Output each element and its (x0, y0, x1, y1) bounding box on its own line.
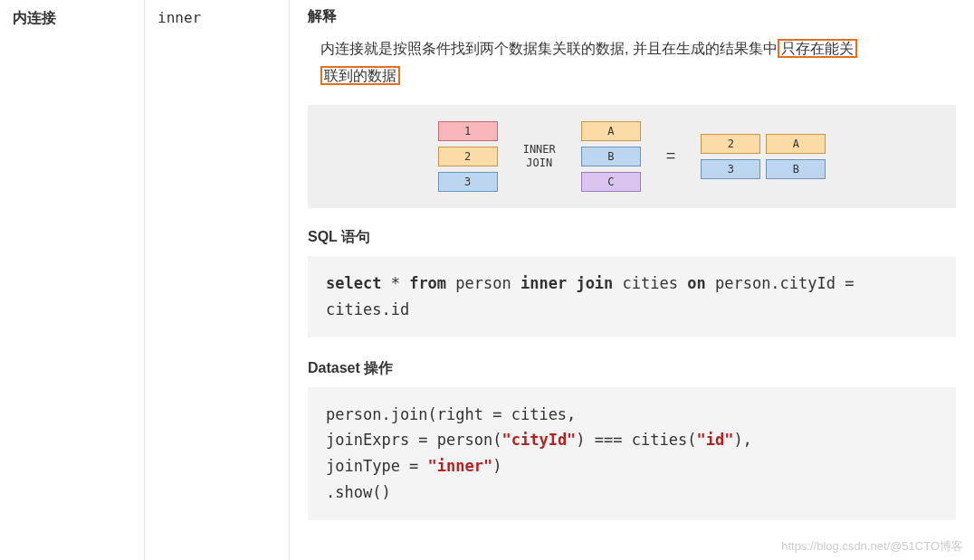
highlight-1: 只存在能关 (778, 39, 857, 58)
ds-l2s2: "id" (696, 431, 733, 449)
explain-heading: 解释 (308, 7, 956, 26)
sql-token: person (446, 274, 520, 292)
sql-token: * (381, 274, 409, 292)
equals-sign: = (666, 147, 676, 166)
diagram-cell: B (581, 147, 641, 166)
ds-l3b: ) (492, 457, 501, 475)
sql-heading: SQL 语句 (308, 228, 956, 247)
diagram-cell: 1 (438, 121, 498, 141)
ds-l2c: ), (733, 431, 751, 449)
ds-l3s: "inner" (428, 457, 493, 475)
sql-code: select * from person inner join cities o… (308, 256, 956, 337)
ds-l2b: ) === cities( (576, 431, 696, 449)
explain-pre: 内连接就是按照条件找到两个数据集关联的数据, 并且在生成的结果集中 (320, 41, 778, 56)
diagram-cell: A (766, 134, 826, 154)
diagram-cell: 3 (438, 172, 498, 192)
sql-token: select (326, 274, 381, 292)
diagram-cell: C (581, 172, 641, 192)
explain-text: 内连接就是按照条件找到两个数据集关联的数据, 并且在生成的结果集中只存在能关 联… (308, 35, 956, 90)
diagram-cell: B (766, 159, 826, 179)
dataset-code: person.join(right = cities, joinExprs = … (308, 387, 956, 521)
highlight-2: 联到的数据 (320, 66, 400, 85)
diagram-cell: A (581, 121, 641, 141)
dataset-heading: Dataset 操作 (308, 359, 956, 378)
ds-l2s1: "cityId" (501, 431, 576, 449)
sql-token: inner join (520, 274, 613, 292)
ds-l2a: joinExprs = person( (326, 431, 501, 449)
diagram-cell: 2 (701, 134, 760, 154)
join-diagram: 123 INNERJOIN ABC = 2A3B (308, 105, 956, 208)
mid-keyword: inner (158, 9, 276, 26)
sql-token: on (687, 274, 705, 292)
diagram-cell: 3 (701, 159, 760, 179)
left-title: 内连接 (13, 9, 131, 28)
diagram-cell: 2 (438, 147, 498, 166)
ds-l3a: joinType = (326, 457, 428, 475)
ds-l4: .show() (326, 483, 391, 501)
ds-l1: person.join(right = cities, (326, 405, 576, 423)
sql-token: from (409, 274, 446, 292)
op-label: INNERJOIN (523, 143, 556, 169)
sql-token: cities (613, 274, 687, 292)
